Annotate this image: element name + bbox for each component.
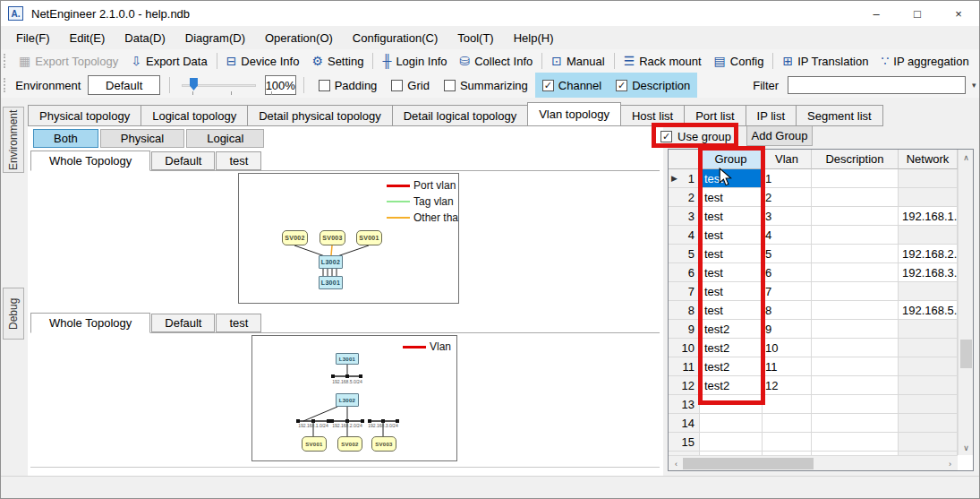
grid-cell-network[interactable]: 192.168.2.0/24 bbox=[899, 245, 958, 263]
tab-vlan-topology[interactable]: Vlan topology bbox=[527, 102, 621, 126]
node-sv002[interactable]: SV002 bbox=[282, 230, 308, 245]
grid-cell-group[interactable]: test2 bbox=[700, 376, 763, 395]
grid-cell-vlan[interactable]: 11 bbox=[763, 357, 812, 376]
grid-cell-description[interactable] bbox=[812, 395, 899, 414]
mode-button-physical[interactable]: Physical bbox=[100, 129, 184, 148]
zoom-slider[interactable] bbox=[182, 75, 256, 95]
export-topology-button[interactable]: ▦Export Topology bbox=[13, 49, 124, 73]
node-sv002[interactable]: SV002 bbox=[337, 436, 362, 452]
grid-cell-network[interactable]: 192.168.5.0/24 bbox=[899, 301, 958, 320]
grid-cell-group[interactable]: test bbox=[700, 301, 763, 320]
node-l3002[interactable]: L3002 bbox=[336, 393, 359, 407]
tab-segment-list[interactable]: Segment list bbox=[796, 105, 883, 126]
grid-cell-description[interactable] bbox=[812, 263, 899, 282]
grid-row-header[interactable]: 12 bbox=[669, 376, 700, 395]
use-group-checkbox[interactable]: ✓ Use group bbox=[660, 126, 731, 146]
grid-cell-network[interactable] bbox=[899, 433, 958, 452]
grid-cell-vlan[interactable]: 6 bbox=[763, 263, 812, 282]
sidebar-tab-debug[interactable]: Debug bbox=[3, 288, 24, 340]
ip-translation-button[interactable]: ⊞IP Translation bbox=[776, 49, 874, 73]
tab-detail-physical-topology[interactable]: Detail physical topology bbox=[247, 105, 393, 126]
tab-physical-topology[interactable]: Physical topology bbox=[28, 105, 141, 126]
mode-button-both[interactable]: Both bbox=[33, 129, 98, 148]
grid-cell-vlan[interactable]: 7 bbox=[763, 282, 812, 301]
checkbox-channel[interactable]: ✓Channel bbox=[535, 73, 609, 98]
ip-aggregation-button[interactable]: ∵IP aggregation bbox=[874, 49, 975, 73]
node-sv001[interactable]: SV001 bbox=[302, 436, 327, 452]
grid-row-header[interactable]: 2 bbox=[669, 188, 700, 207]
grid-row-header[interactable]: 5 bbox=[669, 245, 700, 263]
menu-item-operation-o[interactable]: Operation(O) bbox=[255, 31, 343, 45]
grid-cell-vlan[interactable]: 12 bbox=[763, 376, 812, 395]
tab-logical-topology[interactable]: Logical topology bbox=[141, 105, 248, 126]
grid-row-header[interactable]: 9 bbox=[669, 320, 700, 339]
grid-row-header[interactable]: 6 bbox=[669, 263, 700, 282]
menu-item-diagram-d[interactable]: Diagram(D) bbox=[175, 31, 255, 45]
subtab-whole-topology[interactable]: Whole Topology bbox=[30, 313, 150, 333]
zoom-value[interactable]: 100% bbox=[265, 75, 296, 95]
menu-item-help-h[interactable]: Help(H) bbox=[504, 31, 564, 45]
grid-cell-description[interactable] bbox=[812, 320, 899, 339]
maximize-button[interactable]: □ bbox=[897, 1, 938, 26]
checkbox-grid[interactable]: Grid bbox=[384, 73, 437, 98]
sidebar-tab-environment[interactable]: Environment bbox=[3, 107, 24, 173]
grid-cell-vlan[interactable]: 4 bbox=[763, 226, 812, 245]
grid-cell-description[interactable] bbox=[812, 357, 899, 376]
grid-cell-group[interactable]: test bbox=[700, 282, 763, 301]
grid-cell-group[interactable]: test2 bbox=[700, 320, 763, 339]
grid-row-header[interactable]: 4 bbox=[669, 226, 700, 245]
grid-cell-group[interactable]: test bbox=[700, 188, 763, 207]
grid-cell-network[interactable] bbox=[899, 188, 958, 207]
node-l3002[interactable]: L3002 bbox=[319, 255, 343, 269]
device-info-button[interactable]: ⊟Device Info bbox=[220, 49, 306, 73]
menu-item-tool-t[interactable]: Tool(T) bbox=[447, 31, 503, 45]
slider-thumb[interactable] bbox=[190, 78, 198, 90]
grid-row-header[interactable]: 7 bbox=[669, 282, 700, 301]
grid-cell-vlan[interactable] bbox=[763, 414, 812, 433]
close-button[interactable]: × bbox=[938, 1, 979, 26]
export-data-button[interactable]: ⇩Export Data bbox=[124, 49, 213, 73]
grid-cell-network[interactable]: 192.168.1.0/24 bbox=[899, 207, 958, 226]
grid-cell-group[interactable]: test bbox=[700, 263, 763, 282]
grid-cell-vlan[interactable] bbox=[763, 395, 812, 414]
grid-cell-network[interactable] bbox=[899, 376, 958, 395]
tab-ip-list[interactable]: IP list bbox=[746, 105, 797, 126]
grid-column-header-description[interactable]: Description bbox=[812, 150, 899, 169]
config-button[interactable]: ▤Config bbox=[708, 49, 771, 73]
grid-cell-group[interactable]: test bbox=[700, 169, 763, 188]
node-sv001[interactable]: SV001 bbox=[356, 230, 382, 245]
grid-cell-description[interactable] bbox=[812, 169, 899, 188]
grid-cell-network[interactable] bbox=[899, 282, 958, 301]
menu-item-configuration-c[interactable]: Configuration(C) bbox=[343, 31, 447, 45]
subtab-test[interactable]: test bbox=[216, 151, 261, 170]
tab-port-list[interactable]: Port list bbox=[684, 105, 746, 126]
grid-cell-network[interactable]: 192.168.3.0/24 bbox=[899, 263, 958, 282]
checkbox-summarizing[interactable]: Summarizing bbox=[437, 73, 535, 98]
vertical-scrollbar[interactable]: ∧ ∨ bbox=[958, 150, 973, 455]
grid-column-header-network[interactable]: Network bbox=[899, 150, 958, 169]
menu-item-edit-e[interactable]: Edit(E) bbox=[60, 31, 115, 45]
grid-cell-network[interactable] bbox=[899, 169, 958, 188]
grid-cell-description[interactable] bbox=[812, 207, 899, 226]
grid-cell-network[interactable] bbox=[899, 320, 958, 339]
mode-button-logical[interactable]: Logical bbox=[186, 129, 264, 148]
grid-cell-description[interactable] bbox=[812, 301, 899, 320]
tab-detail-logical-topology[interactable]: Detail logical topology bbox=[392, 105, 528, 126]
grid-cell-vlan[interactable]: 8 bbox=[763, 301, 812, 320]
grid-cell-description[interactable] bbox=[812, 188, 899, 207]
grid-cell-group[interactable] bbox=[700, 414, 763, 433]
grid-column-header-vlan[interactable]: Vlan bbox=[763, 150, 812, 169]
grid-cell-description[interactable] bbox=[812, 282, 899, 301]
grid-row-header[interactable]: 11 bbox=[669, 357, 700, 376]
scroll-left-icon[interactable]: ‹ bbox=[669, 456, 684, 471]
grid-row-header[interactable]: 8 bbox=[669, 301, 700, 320]
grid-cell-description[interactable] bbox=[812, 376, 899, 395]
grid-cell-description[interactable] bbox=[812, 226, 899, 245]
grid-cell-network[interactable] bbox=[899, 414, 958, 433]
grid-cell-vlan[interactable]: 10 bbox=[763, 339, 812, 357]
grid-cell-vlan[interactable]: 1 bbox=[763, 169, 812, 188]
grid-column-header-group[interactable]: Group bbox=[700, 150, 763, 169]
menu-item-data-d[interactable]: Data(D) bbox=[115, 31, 175, 45]
grid-cell-network[interactable] bbox=[899, 226, 958, 245]
checkbox-description[interactable]: ✓Description bbox=[609, 73, 697, 98]
